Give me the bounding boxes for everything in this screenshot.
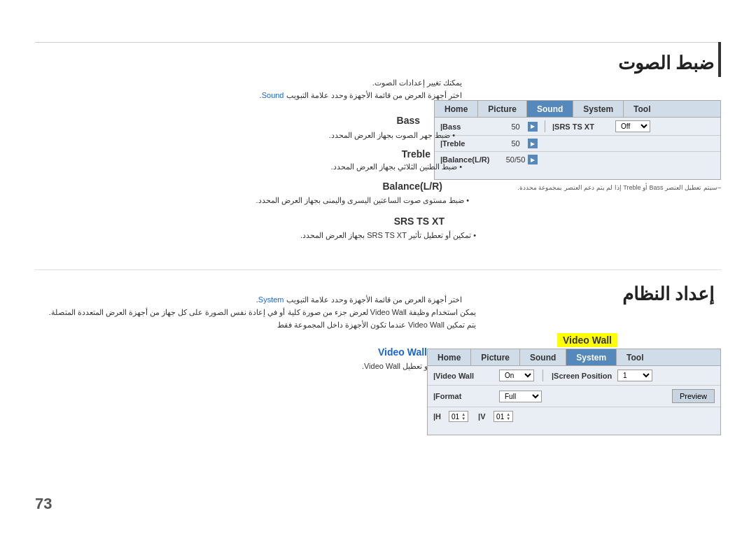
sound-description: يمكنك تغيير إعدادات الصوت. اختر أجهزة ال…	[35, 77, 462, 101]
section-divider	[35, 269, 721, 270]
video-wall-subsection-desc: • تمكين أو تعطيل Video Wall.	[35, 360, 455, 373]
srs-subsection-desc: • تمكين أو تعطيل تأثير SRS TS XT بجهاز ا…	[35, 230, 476, 242]
hv-row: |H 01 ▲ ▼ |V 01 ▲ ▼	[428, 407, 720, 426]
v-value: 01	[496, 413, 504, 421]
v-label: |V	[478, 412, 492, 421]
sound-section-title: ضبط الصوت	[618, 52, 714, 74]
system-desc1: اختر أجهزة العرض من قائمة الأجهزة وحدد ع…	[35, 294, 462, 307]
videowall-dropdown[interactable]: On Off	[499, 370, 534, 381]
screen-pos-dropdown[interactable]: 1 2	[617, 370, 652, 381]
sys-menu-item-home[interactable]: Home	[428, 349, 471, 366]
videowall-label: |Video Wall	[433, 372, 496, 380]
h-spinbox[interactable]: 01 ▲ ▼	[449, 411, 468, 422]
treble-arrow[interactable]: ▶	[528, 139, 538, 148]
srs-label-panel: |SRS TS XT	[552, 122, 615, 131]
sys-menu-item-system[interactable]: System	[566, 349, 617, 366]
right-accent-bar	[718, 42, 721, 77]
sys-menu-item-tool[interactable]: Tool	[617, 349, 653, 366]
sys-menu-item-picture[interactable]: Picture	[471, 349, 520, 366]
h-down-arrow[interactable]: ▼	[461, 416, 465, 421]
system-link[interactable]: System	[258, 295, 284, 304]
sound-settings-panel: |Bass 50 ▶ |SRS TS XT Off On |Treble 50 …	[434, 117, 721, 180]
h-value: 01	[451, 413, 459, 421]
balance-value: 50/50	[503, 155, 528, 164]
sound-menu-bar: Home Picture Sound System Tool	[434, 100, 721, 118]
page-number: 73	[35, 495, 52, 513]
top-divider	[35, 42, 721, 43]
balance-subsection-title: Balance(L/R)	[382, 181, 442, 192]
balance-subsection-desc: • ضبط مستوى صوت الساعتين اليسرى واليمنى …	[35, 195, 469, 207]
treble-subsection-title: Treble	[402, 148, 430, 160]
video-wall-subsection-title: Video Wall	[378, 346, 427, 358]
bass-subsection-title: Bass	[397, 115, 420, 126]
balance-arrow[interactable]: ▶	[528, 155, 538, 164]
bass-row: |Bass 50 ▶ |SRS TS XT Off On	[435, 118, 720, 136]
screen-pos-label: |Screen Position	[552, 372, 615, 380]
format-row: |Format Full Natural Preview	[428, 386, 720, 407]
srs-dropdown[interactable]: Off On	[615, 120, 650, 132]
system-settings-panel: |Video Wall On Off |Screen Position 1 2 …	[427, 365, 721, 435]
treble-row: |Treble 50 ▶	[435, 136, 720, 152]
sys-menu-item-sound[interactable]: Sound	[520, 349, 566, 366]
menu-item-tool[interactable]: Tool	[624, 101, 660, 118]
v-spinbox[interactable]: 01 ▲ ▼	[493, 411, 513, 422]
menu-item-system[interactable]: System	[573, 101, 624, 118]
sound-link[interactable]: Sound	[262, 91, 284, 99]
sys-divider-1	[542, 370, 543, 381]
system-desc3: يتم تمكين Video Wall عندما تكون الأجهزة …	[35, 319, 476, 332]
menu-item-home[interactable]: Home	[435, 101, 478, 118]
v-down-arrow[interactable]: ▼	[506, 416, 510, 421]
preview-button[interactable]: Preview	[672, 389, 715, 403]
system-section-title: إعداد النظام	[622, 283, 714, 305]
menu-item-sound[interactable]: Sound	[527, 101, 573, 118]
panel-divider-1	[545, 120, 545, 132]
treble-value: 50	[503, 139, 528, 148]
video-wall-badge: Video Wall	[557, 333, 617, 347]
sound-note: –سيتم تعطيل العنصر Bass أو Treble إذا لم…	[434, 184, 721, 191]
menu-item-picture[interactable]: Picture	[478, 101, 527, 118]
system-menu-bar: Home Picture Sound System Tool	[427, 349, 721, 367]
format-label: |Format	[433, 392, 496, 400]
srs-subsection-title: SRS TS XT	[394, 216, 444, 227]
bass-subsection-desc: • ضبط جهر الصوت بجهاز العرض المحدد.	[35, 129, 455, 142]
format-dropdown[interactable]: Full Natural	[499, 391, 542, 402]
treble-subsection-desc: • ضبط الطنين الثلاثي بجهاز العرض المحدد.	[35, 161, 462, 174]
videowall-row: |Video Wall On Off |Screen Position 1 2	[428, 366, 720, 386]
bass-arrow[interactable]: ▶	[528, 122, 538, 132]
balance-row: |Balance(L/R) 50/50 ▶	[435, 152, 720, 167]
system-desc2: يمكن استخدام وظيفة Video Wall لعرض جزء م…	[35, 307, 476, 319]
h-label: |H	[433, 412, 447, 421]
bass-value: 50	[503, 122, 528, 131]
